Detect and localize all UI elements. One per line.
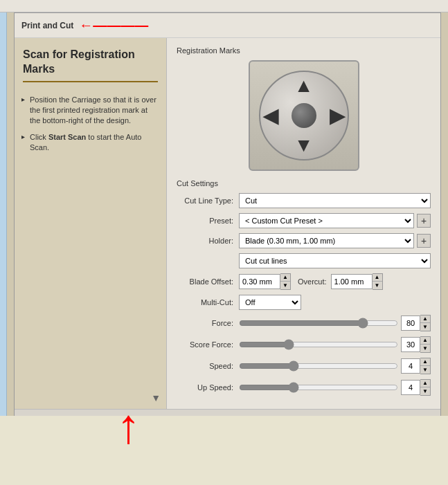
holder-input-group: Blade (0.30 mm, 1.00 mm) + [239,233,431,248]
overcut-up-btn[interactable]: ▲ [373,274,382,282]
speed-slider[interactable] [239,361,398,371]
score-force-down-btn[interactable]: ▼ [420,345,430,352]
reg-marks-container: ▲ ▼ ◀ ▶ [177,60,431,171]
instructions-list: Position the Carriage so that it is over… [23,95,158,159]
overcut-spin-btns: ▲ ▼ [373,273,383,290]
cut-settings: Cut Line Type: Cut Score Pen Preset: [177,193,431,396]
score-force-slider-container: 30 ▲ ▼ [239,336,431,353]
multi-cut-control: Off 2 3 [239,295,431,310]
up-speed-value: 4 [401,380,420,395]
cut-line-type-label: Cut Line Type: [177,196,239,205]
instruction-2: Click Start Scan to start the Auto Scan. [23,132,158,154]
up-speed-spinner: 4 ▲ ▼ [401,379,431,396]
preset-control: < Custom Cut Preset > Default + [239,213,431,228]
score-force-up-btn[interactable]: ▲ [420,337,430,345]
speed-label: Speed: [177,362,239,370]
speed-spinner: 4 ▲ ▼ [401,358,431,374]
up-speed-down-btn[interactable]: ▼ [420,387,430,395]
dialog-body: Scan for Registration Marks Position the… [15,38,440,409]
score-force-slider[interactable] [239,340,398,349]
cut-settings-label: Cut Settings [177,179,431,187]
score-force-label: Score Force: [177,340,239,349]
preset-label: Preset: [177,217,239,225]
left-panel-heading: Scan for Registration Marks [23,48,158,82]
instruction-1: Position the Carriage so that it is over… [23,95,158,127]
force-down-btn[interactable]: ▼ [420,323,430,331]
cut-lines-control: Cut cut lines Score cut lines [239,253,431,268]
speed-spin-btns: ▲ ▼ [420,358,431,374]
title-arrow-icon: ←———— [79,17,148,33]
holder-label: Holder: [177,237,239,245]
up-speed-slider[interactable] [239,383,398,392]
score-force-row: Score Force: 30 ▲ ▼ [177,336,431,353]
left-panel: Scan for Registration Marks Position the… [15,38,167,409]
cut-line-type-select[interactable]: Cut Score Pen [239,193,431,208]
reg-marks-label: Registration Marks [177,46,431,55]
blade-offset-down-btn[interactable]: ▼ [280,282,290,289]
speed-value: 4 [401,358,420,374]
cut-lines-row: Cut cut lines Score cut lines [177,253,431,268]
force-row: Force: 80 ▲ ▼ [177,315,431,331]
bottom-area: ↑ [0,416,448,485]
red-arrow-bottom: ↑ [116,402,141,450]
force-value: 80 [401,315,420,331]
blade-offset-spinner: ▲ ▼ [239,273,291,290]
blade-offset-up-btn[interactable]: ▲ [280,274,290,282]
dialog-title: Print and Cut [21,21,73,30]
preset-add-button[interactable]: + [417,214,431,228]
up-speed-slider-container: 4 ▲ ▼ [239,379,431,396]
dpad-circle: ▲ ▼ ◀ ▶ [259,71,349,161]
blade-offset-row: Blade Offset: ▲ ▼ Overcut: [177,273,431,290]
preset-input-group: < Custom Cut Preset > Default + [239,213,431,228]
dpad-center [292,103,316,128]
ruler-top [0,0,448,12]
overcut-input[interactable] [331,274,373,289]
up-speed-label: Up Speed: [177,383,239,392]
cut-line-type-row: Cut Line Type: Cut Score Pen [177,193,431,208]
dpad-down-arrow: ▼ [294,134,314,156]
holder-control: Blade (0.30 mm, 1.00 mm) + [239,233,431,248]
dpad-up-arrow: ▲ [294,75,314,97]
cut-lines-select[interactable]: Cut cut lines Score cut lines [239,253,431,268]
dpad-left-arrow: ◀ [263,104,278,127]
cut-line-type-control: Cut Score Pen [239,193,431,208]
force-spinner: 80 ▲ ▼ [401,315,431,331]
score-force-spin-btns: ▲ ▼ [420,336,431,353]
up-speed-up-btn[interactable]: ▲ [420,380,430,387]
holder-row: Holder: Blade (0.30 mm, 1.00 mm) + [177,233,431,248]
multi-cut-label: Multi-Cut: [177,298,239,306]
speed-row: Speed: 4 ▲ ▼ [177,358,431,374]
preset-select[interactable]: < Custom Cut Preset > Default [239,213,414,228]
blade-offset-input[interactable] [239,274,280,289]
reg-marks-image: ▲ ▼ ◀ ▶ [249,60,359,171]
blade-offset-label: Blade Offset: [177,277,239,286]
force-slider-container: 80 ▲ ▼ [239,315,431,331]
dialog-wrapper: Print and Cut ←———— Scan for Registratio… [7,12,448,416]
force-spin-btns: ▲ ▼ [420,315,431,331]
multi-cut-row: Multi-Cut: Off 2 3 [177,295,431,310]
speed-up-btn[interactable]: ▲ [420,358,430,366]
speed-slider-container: 4 ▲ ▼ [239,358,431,374]
speed-down-btn[interactable]: ▼ [420,366,430,374]
dpad-right-arrow: ▶ [330,104,345,127]
preset-row: Preset: < Custom Cut Preset > Default + [177,213,431,228]
right-panel: Registration Marks ▲ ▼ ◀ ▶ Cut Settings [167,38,440,409]
force-up-btn[interactable]: ▲ [420,315,430,323]
up-speed-row: Up Speed: 4 ▲ ▼ [177,379,431,396]
up-speed-spin-btns: ▲ ▼ [420,379,431,396]
blade-offset-control: ▲ ▼ Overcut: ▲ ▼ [239,273,431,290]
score-force-value: 30 [401,337,420,352]
overcut-spinner: ▲ ▼ [331,273,383,290]
overcut-down-btn[interactable]: ▼ [373,282,382,289]
holder-add-button[interactable]: + [417,234,431,248]
holder-select[interactable]: Blade (0.30 mm, 1.00 mm) [239,233,414,248]
overcut-group: Overcut: ▲ ▼ [298,273,383,290]
scroll-down-arrow[interactable]: ▼ [151,392,161,403]
title-bar: Print and Cut ←———— [15,13,440,38]
overcut-label: Overcut: [298,277,327,286]
score-force-spinner: 30 ▲ ▼ [401,336,431,353]
force-slider[interactable] [239,318,398,328]
multi-cut-select[interactable]: Off 2 3 [239,295,301,310]
blade-offset-spin-btns: ▲ ▼ [280,273,291,290]
force-label: Force: [177,319,239,327]
